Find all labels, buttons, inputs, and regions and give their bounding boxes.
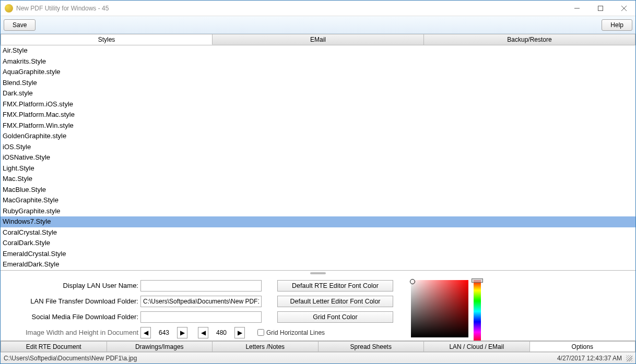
letter-font-color-button[interactable]: Default Letter Editor Font Color	[277, 296, 393, 307]
rte-font-color-button[interactable]: Default RTE Editor Font Color	[277, 280, 393, 292]
save-button[interactable]: Save	[4, 19, 36, 31]
style-row[interactable]: MacBlue.Style	[1, 185, 635, 196]
width-value: 643	[151, 329, 177, 336]
style-row[interactable]: Windows7.Style	[1, 216, 635, 227]
social-folder-input[interactable]	[140, 311, 262, 323]
lan-user-label: Display LAN User Name:	[4, 282, 140, 289]
grid-lines-label: Grid Horizontal Lines	[266, 329, 325, 336]
tab-edit-rte[interactable]: Edit RTE Document	[1, 341, 107, 352]
tab-styles[interactable]: Styles	[1, 34, 213, 45]
horizontal-splitter[interactable]	[1, 271, 635, 276]
height-value: 480	[208, 329, 234, 336]
style-row[interactable]: EmeraldCrystal.Style	[1, 249, 635, 260]
height-stepper[interactable]: ◀ 480 ▶	[198, 327, 245, 338]
resize-grip-icon[interactable]	[626, 355, 632, 361]
settings-form: Display LAN User Name: Default RTE Edito…	[1, 276, 635, 341]
tab-drawings-images[interactable]: Drawings/Images	[107, 341, 213, 352]
style-row[interactable]: Blend.Style	[1, 78, 635, 89]
style-row[interactable]: EmeraldDark.Style	[1, 259, 635, 270]
tab-spread-sheets[interactable]: Spread Sheets	[319, 341, 425, 352]
style-row[interactable]: RubyGraphite.style	[1, 206, 635, 217]
status-datetime: 4/27/2017 12:43:37 AM	[557, 355, 622, 362]
height-increment[interactable]: ▶	[234, 327, 245, 338]
style-row[interactable]: FMX.Platform.iOS.style	[1, 99, 635, 110]
titlebar: New PDF Utility for Windows - 45	[1, 1, 635, 16]
lan-folder-label: LAN File Transfer Download Folder:	[4, 297, 140, 305]
style-row[interactable]: Amakrits.Style	[1, 56, 635, 67]
close-button[interactable]	[612, 1, 635, 16]
svg-rect-1	[598, 6, 603, 10]
style-row[interactable]: AquaGraphite.style	[1, 67, 635, 78]
maximize-button[interactable]	[588, 1, 612, 16]
main-tabbar: Edit RTE Document Drawings/Images Letter…	[1, 341, 635, 352]
options-tabbar: Styles EMail Backup/Restore	[1, 34, 635, 45]
style-row[interactable]: Mac.Style	[1, 174, 635, 185]
style-row[interactable]: GoldenGraphite.style	[1, 131, 635, 142]
color-picker[interactable]	[411, 280, 494, 341]
width-stepper[interactable]: ◀ 643 ▶	[140, 327, 187, 338]
tab-email[interactable]: EMail	[213, 34, 424, 45]
grid-font-color-button[interactable]: Grid Font Color	[277, 311, 393, 323]
app-icon	[5, 4, 13, 13]
color-ring-icon	[410, 279, 415, 284]
window-title: New PDF Utility for Windows - 45	[16, 5, 565, 12]
image-dim-label: Image Width and Height in Document	[4, 329, 140, 336]
height-decrement[interactable]: ◀	[198, 327, 208, 338]
style-row[interactable]: CoralDark.Style	[1, 238, 635, 249]
color-hue-slider[interactable]	[474, 280, 481, 341]
style-row[interactable]: MacGraphite.Style	[1, 195, 635, 206]
tab-options[interactable]: Options	[530, 341, 636, 352]
width-decrement[interactable]: ◀	[140, 327, 151, 338]
status-bar: C:\Users\Softpedia\Documents\New PDF1\a.…	[1, 352, 635, 363]
width-increment[interactable]: ▶	[177, 327, 187, 338]
style-row[interactable]: FMX.Platform.Mac.style	[1, 110, 635, 120]
color-satval-area[interactable]	[411, 280, 468, 337]
style-row[interactable]: Light.Style	[1, 163, 635, 174]
style-row[interactable]: Air.Style	[1, 45, 635, 56]
styles-list[interactable]: Air.StyleAmakrits.StyleAquaGraphite.styl…	[1, 45, 635, 270]
minimize-button[interactable]	[565, 1, 588, 16]
social-folder-label: Social Media File Download Folder:	[4, 313, 140, 321]
style-row[interactable]: iOS.Style	[1, 142, 635, 153]
style-row[interactable]: Dark.style	[1, 88, 635, 99]
grid-lines-checkbox[interactable]	[257, 329, 264, 336]
status-path: C:\Users\Softpedia\Documents\New PDF1\a.…	[4, 355, 137, 362]
hue-marker-icon	[472, 278, 483, 283]
main-toolbar: Save Help	[1, 16, 635, 34]
lan-user-input[interactable]	[140, 280, 262, 292]
help-button[interactable]: Help	[602, 19, 632, 31]
lan-folder-input[interactable]	[140, 296, 262, 307]
style-row[interactable]: CoralCrystal.Style	[1, 227, 635, 238]
styles-list-container: Air.StyleAmakrits.StyleAquaGraphite.styl…	[1, 45, 635, 271]
tab-backup-restore[interactable]: Backup/Restore	[424, 34, 635, 45]
tab-letters-notes[interactable]: Letters /Notes	[213, 341, 319, 352]
style-row[interactable]: FMX.Platform.Win.style	[1, 120, 635, 131]
tab-lan-cloud-email[interactable]: LAN / Cloud / EMail	[424, 341, 530, 352]
style-row[interactable]: iOSNative.Style	[1, 152, 635, 163]
